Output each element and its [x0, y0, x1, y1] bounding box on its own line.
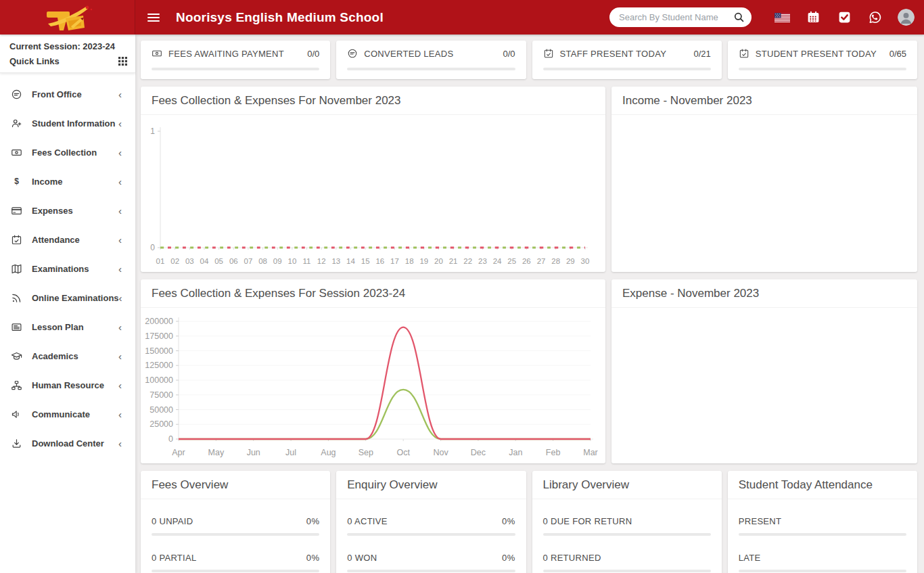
svg-text:07: 07: [244, 257, 253, 265]
search-icon[interactable]: [733, 12, 745, 23]
svg-text:17: 17: [390, 257, 399, 265]
sidebar-item-label: Download Center: [32, 438, 118, 449]
examinations-icon: [11, 263, 22, 275]
search-input[interactable]: [619, 12, 733, 22]
sidebar-item-expenses[interactable]: Expenses ‹: [0, 196, 135, 225]
svg-text:15: 15: [361, 257, 370, 265]
menu-toggle-icon[interactable]: [147, 14, 160, 22]
task-check-icon[interactable]: [835, 9, 853, 26]
charts-row-1: Fees Collection & Expenses For November …: [141, 87, 917, 272]
stat-card-student-present[interactable]: STUDENT PRESENT TODAY 0/65: [728, 41, 917, 79]
svg-text:24: 24: [493, 257, 502, 265]
sidebar-item-online-examinations[interactable]: Online Examinations ‹: [0, 283, 135, 313]
stat-label: FEES AWAITING PAYMENT: [168, 49, 307, 59]
stat-card-fees-awaiting[interactable]: FEES AWAITING PAYMENT 0/0: [141, 41, 330, 79]
sidebar-item-income[interactable]: $ Income ‹: [0, 167, 135, 196]
chevron-left-icon: ‹: [118, 235, 126, 245]
card-title: Student Today Attendance: [728, 471, 917, 499]
stat-label: STAFF PRESENT TODAY: [560, 49, 694, 59]
quick-links[interactable]: Quick Links: [9, 56, 127, 66]
student-information-icon: [11, 118, 22, 129]
svg-text:11: 11: [303, 257, 311, 265]
user-avatar[interactable]: [898, 9, 915, 26]
sidebar-item-label: Academics: [32, 351, 118, 361]
stat-value: 0/65: [890, 49, 906, 59]
svg-text:100000: 100000: [145, 375, 173, 385]
overview-label: 0 RETURNED: [543, 553, 601, 563]
svg-text:25: 25: [507, 257, 516, 265]
sidebar-item-download-center[interactable]: Download Center ‹: [0, 429, 135, 458]
school-logo[interactable]: [0, 0, 135, 35]
sidebar-item-label: Student Information: [32, 118, 118, 129]
calendar-check-icon: [739, 48, 749, 59]
sidebar-item-label: Front Office: [32, 89, 118, 99]
svg-text:$: $: [14, 177, 19, 186]
overview-value: 0%: [502, 553, 515, 563]
progress-bar: [347, 533, 515, 536]
income-november-card: Income - November 2023: [611, 87, 917, 272]
charts-row-2: Fees Collection & Expenses For Session 2…: [141, 279, 917, 463]
sidebar-item-academics[interactable]: Academics ‹: [0, 342, 135, 371]
chart-title: Fees Collection & Expenses For November …: [141, 87, 605, 115]
sidebar-item-front-office[interactable]: Front Office ‹: [0, 80, 135, 109]
language-flag-icon[interactable]: [773, 9, 791, 26]
sidebar: Current Session: 2023-24 Quick Links Fro…: [0, 35, 135, 573]
sidebar-item-communicate[interactable]: Communicate ‹: [0, 400, 135, 429]
quick-links-label: Quick Links: [9, 56, 60, 66]
stat-label: CONVERTED LEADS: [364, 49, 503, 59]
sidebar-item-attendance[interactable]: Attendance ‹: [0, 225, 135, 254]
front-office-icon: [11, 89, 22, 100]
chevron-left-icon: ‹: [118, 89, 126, 99]
overview-row-item: 0 DUE FOR RETURN: [543, 516, 711, 526]
chevron-left-icon: ‹: [118, 264, 126, 274]
fees-expenses-november-card: Fees Collection & Expenses For November …: [141, 87, 605, 272]
sidebar-item-examinations[interactable]: Examinations ‹: [0, 254, 135, 283]
progress-bar: [152, 570, 319, 572]
chevron-left-icon: ‹: [118, 322, 126, 332]
sidebar-item-lesson-plan[interactable]: Lesson Plan ‹: [0, 313, 135, 342]
svg-text:1: 1: [150, 127, 155, 136]
svg-text:Apr: Apr: [172, 448, 185, 457]
calendar-icon[interactable]: [804, 9, 822, 26]
sidebar-item-student-information[interactable]: Student Information ‹: [0, 109, 135, 138]
card-title: Enquiry Overview: [336, 471, 526, 499]
overview-cards-row: Fees Overview 0 UNPAID 0% 0 PARTIAL 0% E…: [141, 471, 917, 573]
progress-bar: [739, 68, 906, 70]
svg-text:Mar: Mar: [583, 448, 598, 457]
chevron-left-icon: ‹: [118, 380, 126, 390]
sidebar-item-label: Fees Collection: [32, 147, 118, 158]
progress-bar: [739, 533, 906, 536]
sidebar-item-human-resource[interactable]: Human Resource ‹: [0, 371, 135, 400]
grid-icon[interactable]: [118, 57, 127, 66]
stat-cards-row: FEES AWAITING PAYMENT 0/0 CONVERTED LEAD…: [141, 41, 917, 79]
income-chart-empty: [611, 115, 917, 272]
overview-label: 0 PARTIAL: [152, 553, 197, 563]
sidebar-item-fees-collection[interactable]: Fees Collection ‹: [0, 138, 135, 167]
card-title: Fees Overview: [141, 471, 330, 499]
svg-text:125000: 125000: [145, 361, 173, 370]
chevron-left-icon: ‹: [118, 177, 126, 187]
page-title: Noorisys English Medium School: [176, 10, 384, 25]
svg-text:03: 03: [185, 257, 194, 265]
student-attendance-card: Student Today Attendance PRESENT LATE: [728, 471, 917, 573]
overview-row-item: 0 UNPAID 0%: [152, 516, 319, 526]
svg-text:02: 02: [170, 257, 179, 265]
online-examinations-icon: [11, 292, 22, 304]
enquiry-overview-card: Enquiry Overview 0 ACTIVE 0% 0 WON 0%: [336, 471, 526, 573]
sidebar-item-label: Income: [32, 177, 118, 187]
svg-text:30: 30: [581, 257, 590, 265]
calendar-check-icon: [543, 48, 554, 59]
svg-text:28: 28: [551, 257, 560, 265]
whatsapp-icon[interactable]: [867, 9, 884, 26]
academics-icon: [11, 350, 22, 362]
svg-text:200000: 200000: [145, 317, 173, 326]
progress-bar: [152, 68, 319, 70]
stat-card-converted-leads[interactable]: CONVERTED LEADS 0/0: [336, 41, 526, 79]
library-overview-card: Library Overview 0 DUE FOR RETURN 0 RETU…: [532, 471, 722, 573]
overview-row-item: 0 RETURNED: [543, 553, 711, 563]
panel-title: Expense - November 2023: [611, 279, 917, 308]
chevron-left-icon: ‹: [118, 206, 126, 216]
svg-text:26: 26: [522, 257, 531, 265]
stat-card-staff-present[interactable]: STAFF PRESENT TODAY 0/21: [532, 41, 722, 79]
svg-text:0: 0: [150, 243, 155, 252]
